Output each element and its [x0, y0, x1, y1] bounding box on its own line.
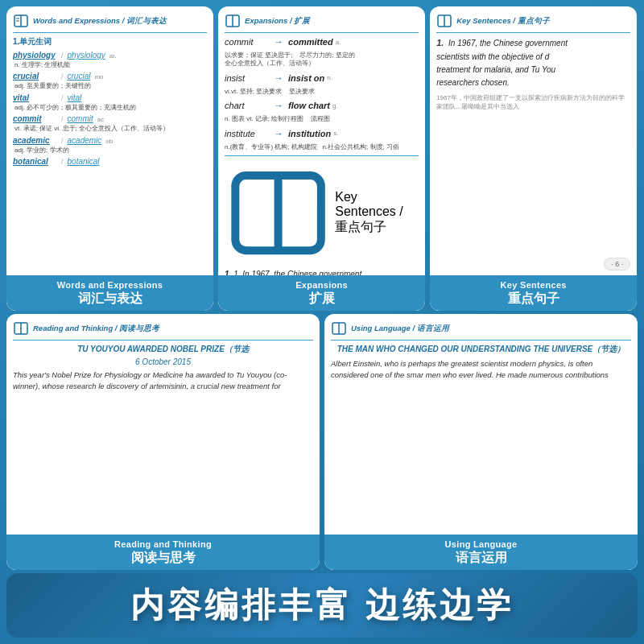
word-divider: /	[61, 158, 64, 166]
expansions-card-content: Expansions / 扩展 commit → committed a. 以求…	[218, 6, 425, 275]
exp-arrow: →	[274, 36, 283, 47]
word-en: academic	[13, 136, 57, 145]
sentence-continuation: scientists with the objective of d	[436, 52, 549, 61]
using-language-card: Using Language / 语言运用 THE MAN WHO CHANGE…	[324, 314, 638, 570]
word-en: commit	[13, 114, 57, 123]
reading-header-text: Reading and Thinking / 阅读与思考	[33, 324, 159, 334]
exp-abbr: n.	[327, 74, 332, 81]
word-en2: vital	[68, 93, 82, 102]
article-body: This year's Nobel Prize for Physiology o…	[13, 369, 313, 393]
word-en2: crucial	[68, 72, 91, 80]
word-abbr: ob	[105, 138, 113, 145]
exp-abbr: g.	[332, 102, 338, 109]
using-article-title: THE MAN WHO CHANGED OUR UNDERSTANDING TH…	[331, 344, 631, 355]
word-en: vital	[13, 93, 57, 102]
using-footer-en: Using Language	[328, 539, 634, 549]
key-sentence-block: 1. In 1967, the Chinese government scien…	[436, 36, 630, 89]
exp-result: flow chart	[288, 101, 330, 110]
word-divider: /	[61, 52, 64, 60]
word-item-crucial: crucial / crucial mo	[13, 72, 207, 80]
word-def-academic: adj. 学业的; 学术的	[14, 147, 207, 155]
key-sentence-cn: 1967年，中国政府组建了一支以探索治疗疾病新方法为目的的科学家团队...屠呦呦…	[436, 93, 630, 111]
word-en2: commit	[68, 114, 93, 123]
expansions-footer-en: Expansions	[221, 280, 422, 290]
key-sentences-card: Key Sentences / 重点句子 1. In 1967, the Chi…	[430, 6, 637, 311]
exp-arrow: →	[274, 128, 283, 139]
exp-result: institution	[288, 129, 331, 138]
word-abbr: ac	[97, 116, 104, 123]
exp-arrow: →	[274, 72, 283, 84]
exp-commit: commit → committed a.	[225, 36, 419, 47]
expansions-header-text: Expansions / 扩展	[245, 16, 310, 27]
sentence-continuation3: researchers chosen.	[436, 78, 510, 87]
word-divider: /	[61, 72, 64, 80]
page-badge: · 6 ·	[604, 258, 630, 270]
sentence-num-exp: 1.	[225, 270, 231, 275]
key-sentences-card-footer: Key Sentences 重点句子	[430, 275, 637, 311]
key-footer-cn: 重点句子	[433, 291, 634, 308]
exp-word: insist	[225, 73, 269, 83]
word-item-academic: academic / academic ob	[13, 136, 207, 145]
bottom-area: Reading and Thinking / 阅读与思考 TU YOUYOU A…	[0, 314, 644, 644]
expansions-card: Expansions / 扩展 commit → committed a. 以求…	[218, 6, 425, 311]
key-footer-en: Key Sentences	[433, 280, 634, 290]
words-expressions-card: Words and Expressions / 词汇与表达 1.单元生词 phy…	[6, 6, 213, 311]
top-row: Words and Expressions / 词汇与表达 1.单元生词 phy…	[0, 0, 644, 314]
word-abbr: ar.	[109, 52, 117, 60]
article-date: 6 October 2015	[13, 357, 313, 366]
exp-institute: institute → institution s.	[225, 128, 419, 139]
word-en2: physiology	[68, 51, 105, 60]
using-header-text: Using Language / 语言运用	[351, 324, 449, 334]
exp-abbr: s.	[333, 130, 338, 137]
using-card-content: Using Language / 语言运用 THE MAN WHO CHANGE…	[324, 314, 638, 535]
sentence-text-exp: 1. In 1967, the Chinese government	[233, 270, 361, 275]
bottom-row: Reading and Thinking / 阅读与思考 TU YOUYOU A…	[6, 314, 638, 570]
book-icon	[225, 13, 241, 29]
banner-text: 内容编排丰富 边练边学	[130, 583, 514, 628]
sentence-continuation2: treatment for malaria, and Tu You	[436, 65, 555, 74]
exp-def-insist: vi.vt. 坚持; 坚决要求 坚决要求	[225, 88, 419, 96]
exp-def-commit: 以求要；保证 坚决思于; 尽尽力力的; 坚定的全心全意投入（工作、活动等）	[225, 52, 419, 68]
exp-insist: insist → insist on n.	[225, 72, 419, 84]
reading-header-strip: Reading and Thinking / 阅读与思考	[13, 320, 313, 341]
exp-abbr: a.	[336, 39, 341, 46]
using-card-footer: Using Language 语言运用	[324, 535, 638, 570]
exp-word: institute	[225, 129, 269, 138]
book-icon	[436, 13, 452, 29]
bottom-banner: 内容编排丰富 边练边学	[6, 573, 638, 638]
book-icon	[13, 13, 29, 29]
word-en: crucial	[13, 72, 57, 80]
word-item-botanical: botanical / botanical	[13, 157, 207, 166]
book-icon	[225, 159, 332, 266]
exp-def-chart: n. 图表 vt. 记录; 绘制行程图 流程图	[225, 115, 419, 123]
using-header-strip: Using Language / 语言运用	[331, 320, 631, 341]
exp-sub-header-text: Key Sentences / 重点句子	[335, 190, 419, 236]
words-header-text: Words and Expressions / 词汇与表达	[33, 16, 167, 27]
exp-word: commit	[225, 37, 269, 47]
book-icon	[331, 320, 347, 336]
word-item-commit: commit / commit ac	[13, 114, 207, 123]
exp-result: committed	[288, 37, 333, 47]
key-header-text: Key Sentences / 重点句子	[456, 16, 550, 27]
sentence-text-1: In 1967, the Chinese government	[448, 39, 568, 47]
words-footer-cn: 词汇与表达	[10, 291, 210, 308]
word-en: botanical	[13, 157, 57, 166]
word-divider: /	[61, 94, 64, 102]
word-def-commit: vt. 承诺; 保证 vi. 忠于; 全心全意投入（工作、活动等）	[14, 125, 207, 133]
word-def-vital: adj. 必不可少的；极其重要的；充满生机的	[14, 104, 207, 112]
exp-sub-header: Key Sentences / 重点句子	[225, 155, 419, 266]
word-def-crucial: adj. 至关重要的；关键性的	[14, 82, 207, 90]
exp-def-institute: n.(教育、专业等) 机构; 机构建院 n.社会公共机构; 制度; 习俗	[225, 143, 419, 151]
word-def-physiology: n. 生理学; 生理机能	[14, 61, 207, 69]
exp-word: chart	[225, 101, 269, 110]
word-en2: botanical	[68, 157, 100, 166]
key-sentences-card-content: Key Sentences / 重点句子 1. In 1967, the Chi…	[430, 6, 637, 275]
main-container: Words and Expressions / 词汇与表达 1.单元生词 phy…	[0, 0, 644, 644]
reading-footer-cn: 阅读与思考	[10, 550, 316, 567]
reading-card-footer: Reading and Thinking 阅读与思考	[6, 535, 320, 570]
reading-footer-en: Reading and Thinking	[10, 539, 316, 549]
expansions-card-footer: Expansions 扩展	[218, 275, 425, 311]
using-article-body: Albert Einstein, who is perhaps the grea…	[331, 358, 631, 382]
word-item-physiology: physiology / physiology ar.	[13, 51, 207, 60]
words-header-strip: Words and Expressions / 词汇与表达	[13, 13, 207, 33]
